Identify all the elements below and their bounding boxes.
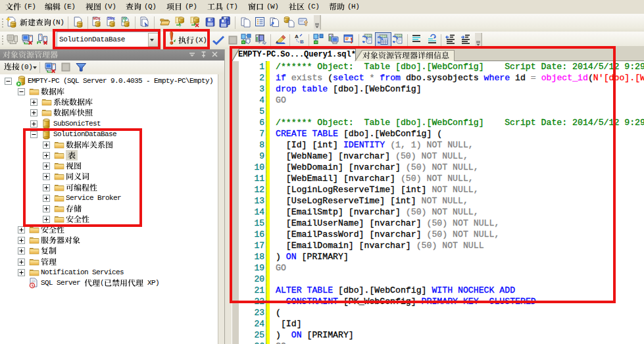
svg-text:A: A xyxy=(295,34,299,39)
svg-text:DMX: DMX xyxy=(107,16,115,20)
svg-text:MDX: MDX xyxy=(93,16,101,20)
svg-text:?: ? xyxy=(179,23,182,28)
